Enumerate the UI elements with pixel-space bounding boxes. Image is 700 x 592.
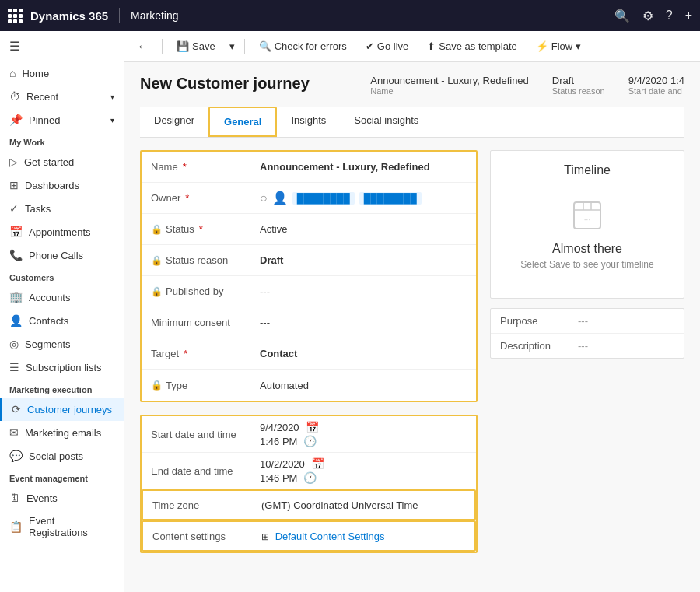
required-indicator: *	[199, 223, 203, 235]
owner-content: ○ 👤 ████████ ████████	[260, 191, 467, 205]
owner-label: Owner *	[151, 192, 260, 204]
toolbar-divider	[162, 39, 163, 54]
basic-info-section: Name * Announcement - Luxury, Redefined …	[140, 150, 478, 402]
top-navigation: Dynamics 365 Marketing 🔍 ⚙ ? +	[0, 0, 700, 31]
sidebar-item-contacts[interactable]: 👤 Contacts	[0, 309, 124, 332]
sidebar-item-pinned[interactable]: 📌 Pinned ▾	[0, 108, 124, 131]
status-value: Active	[260, 223, 467, 235]
expand-icon: ▾	[110, 116, 114, 124]
required-indicator: *	[185, 192, 189, 204]
statusreason-value: Draft	[260, 254, 467, 266]
timezone-value[interactable]: (GMT) Coordinated Universal Time	[261, 499, 465, 511]
form-main: Name * Announcement - Luxury, Redefined …	[140, 150, 478, 566]
save-dropdown-button[interactable]: ▾	[226, 37, 238, 56]
startdatetime-label: Start date and time	[151, 429, 260, 440]
start-date-field: 9/4/2020 📅	[260, 421, 467, 433]
help-icon[interactable]: ?	[666, 9, 673, 23]
required-indicator: *	[183, 161, 187, 173]
calendar-icon[interactable]: 📅	[306, 421, 319, 433]
description-value[interactable]: ---	[578, 340, 588, 352]
sidebar-item-recent[interactable]: ⏱ Recent ▾	[0, 85, 124, 108]
clock-icon[interactable]: 🕐	[303, 471, 317, 484]
page-header-meta: Announcement - Luxury, Redefined Name Dr…	[370, 75, 684, 96]
contentsettings-label: Content settings	[152, 531, 261, 542]
startdatetime-value[interactable]: 9/4/2020 📅 1:46 PM 🕐	[260, 421, 467, 447]
sidebar-item-accounts[interactable]: 🏢 Accounts	[0, 285, 124, 309]
sidebar-item-phonecalls[interactable]: 📞 Phone Calls	[0, 243, 124, 267]
clock-icon[interactable]: 🕐	[303, 435, 317, 447]
field-enddatetime: End date and time 10/2/2020 📅 1:46 PM 🕐	[142, 453, 476, 489]
play-icon: ▷	[9, 156, 18, 168]
phone-icon: 📞	[9, 249, 23, 261]
contentsettings-link[interactable]: Default Content Settings	[275, 531, 385, 542]
journey-icon: ⟳	[12, 403, 21, 415]
sidebar-item-getstarted[interactable]: ▷ Get started	[0, 150, 124, 173]
field-statusreason: 🔒 Status reason Draft	[142, 245, 476, 276]
go-live-button[interactable]: ✔ Go live	[358, 37, 416, 56]
section-label-mywork: My Work	[0, 131, 124, 150]
sidebar-item-appointments[interactable]: 📅 Appointments	[0, 220, 124, 243]
social-icon: 💬	[9, 450, 23, 462]
field-name: Name * Announcement - Luxury, Redefined	[142, 152, 476, 183]
sidebar-item-tasks[interactable]: ✓ Tasks	[0, 197, 124, 220]
sidebar-item-eventregistrations[interactable]: 📋 Event Registrations	[0, 510, 124, 544]
purpose-value[interactable]: ---	[578, 315, 588, 327]
sidebar-toggle[interactable]: ☰	[0, 31, 124, 61]
enddatetime-label: End date and time	[151, 465, 260, 477]
content-area: ← 💾 Save ▾ 🔍 Check for errors ✔ Go live …	[124, 31, 700, 592]
save-template-button[interactable]: ⬆ Save as template	[419, 37, 524, 56]
timeline-placeholder: ··· Almost there Select Save to see your…	[503, 180, 671, 285]
tab-designer[interactable]: Designer	[140, 107, 208, 137]
sidebar-item-customerjourneys[interactable]: ⟳ Customer journeys	[0, 398, 124, 421]
search-icon[interactable]: 🔍	[614, 9, 630, 23]
target-value[interactable]: Contact	[260, 348, 467, 359]
sidebar-item-socialposts[interactable]: 💬 Social posts	[0, 444, 124, 468]
tab-socialinsights[interactable]: Social insights	[340, 107, 432, 137]
name-value[interactable]: Announcement - Luxury, Redefined	[260, 161, 467, 173]
owner-value[interactable]: ○ 👤 ████████ ████████	[260, 191, 467, 205]
timezone-label: Time zone	[152, 499, 261, 511]
section-label-customers: Customers	[0, 267, 124, 285]
sidebar-item-dashboards[interactable]: ⊞ Dashboards	[0, 173, 124, 197]
registration-icon: 📋	[9, 520, 23, 533]
home-icon: ⌂	[9, 67, 16, 79]
flow-button[interactable]: ⚡ Flow ▾	[528, 37, 589, 56]
owner-org-badge[interactable]: ████████	[359, 192, 422, 205]
sidebar-item-subscriptionlists[interactable]: ☰ Subscription lists	[0, 356, 124, 379]
field-type: 🔒 Type Automated	[142, 370, 476, 401]
sidebar-item-events[interactable]: 🗓 Events	[0, 486, 124, 510]
field-timezone: Time zone (GMT) Coordinated Universal Ti…	[142, 489, 476, 520]
section-label-events: Event management	[0, 468, 124, 486]
field-contentsettings: Content settings ⊞ Default Content Setti…	[142, 520, 476, 552]
page-content: New Customer journey Announcement - Luxu…	[124, 62, 700, 592]
events-icon: 🗓	[9, 492, 20, 504]
sidebar-item-segments[interactable]: ◎ Segments	[0, 332, 124, 356]
contentsettings-value[interactable]: ⊞ Default Content Settings	[261, 531, 465, 542]
waffle-menu-icon[interactable]	[8, 9, 23, 23]
sidebar-item-home[interactable]: ⌂ Home	[0, 61, 124, 85]
svg-text:···: ···	[584, 215, 590, 224]
field-minimumconsent: Minimum consent ---	[142, 307, 476, 338]
form-side: Timeline ··· Al	[490, 150, 684, 566]
task-icon: ✓	[9, 202, 19, 215]
save-button[interactable]: 💾 Save	[169, 37, 223, 56]
tab-insights[interactable]: Insights	[277, 107, 340, 137]
sidebar-item-marketingemails[interactable]: ✉ Marketing emails	[0, 421, 124, 444]
lock-icon: 🔒	[151, 380, 163, 391]
save-icon: 💾	[177, 40, 189, 52]
template-icon: ⬆	[427, 40, 436, 52]
page-title: New Customer journey	[140, 75, 310, 93]
tab-general[interactable]: General	[208, 107, 277, 137]
building-icon: 🏢	[9, 291, 23, 303]
add-icon[interactable]: +	[685, 9, 692, 23]
lock-icon: 🔒	[151, 286, 163, 297]
target-label: Target *	[151, 348, 260, 359]
check-errors-button[interactable]: 🔍 Check for errors	[251, 37, 355, 56]
list-icon: ☰	[9, 361, 19, 373]
owner-name-badge[interactable]: ████████	[292, 192, 355, 205]
timeline-subtitle: Select Save to see your timeline	[503, 259, 671, 270]
back-button[interactable]: ←	[131, 36, 156, 58]
calendar-icon[interactable]: 📅	[311, 457, 324, 470]
settings-icon[interactable]: ⚙	[642, 9, 653, 23]
enddatetime-value[interactable]: 10/2/2020 📅 1:46 PM 🕐	[260, 457, 467, 484]
